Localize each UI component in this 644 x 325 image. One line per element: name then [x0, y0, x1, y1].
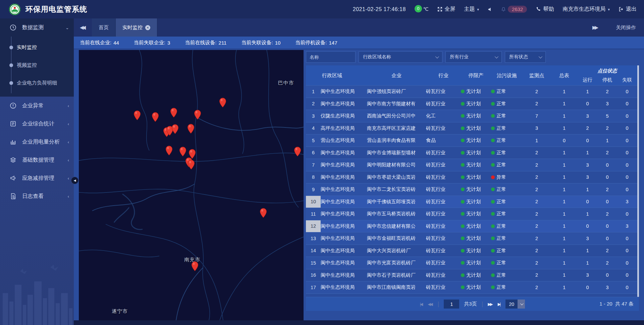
map-pin[interactable] — [170, 108, 177, 118]
last-page-button[interactable]: ▶| — [498, 302, 501, 307]
cell-points: 2 — [523, 245, 551, 257]
bell-icon — [501, 7, 506, 12]
sidebar-item-log-view[interactable]: 日志查看 ‹ — [0, 187, 74, 205]
cell-treatment-status: 正常 — [491, 220, 523, 232]
table: 行政区域 企业 行业 停限产 治污设施 监测点 总表 点位状态 运行 停机 失联 — [306, 65, 639, 297]
close-operations-button[interactable]: 关闭操作 — [616, 24, 636, 31]
mute-button[interactable] — [488, 7, 492, 12]
table-row[interactable]: 13阆中生态环境局阆中市金福旺页岩机砖砖瓦行业无计划正常21300 — [306, 232, 639, 245]
help-button[interactable]: 帮助 — [536, 6, 554, 13]
tabs-scroll-left-button[interactable]: ◀◀ — [74, 18, 92, 37]
sidebar-item-power-analysis[interactable]: 企业用电量分析 ‹ — [0, 133, 74, 151]
table-row[interactable]: 8阆中生态环境局阆中市枣碧大梁山页岩砖瓦行业无计划异常21300 — [306, 171, 639, 184]
table-row[interactable]: 15阆中生态环境局阆中市光富页岩机砖厂砖瓦行业无计划正常21120 — [306, 257, 639, 269]
theme-dropdown[interactable]: 主题▾ — [464, 6, 479, 13]
table-row[interactable]: 3仪陇生态环境局西南油气田分公司川中化工无计划正常71350 — [306, 110, 639, 122]
temperature-badge: 0 — [415, 5, 422, 12]
table-row[interactable]: 1阆中生态环境局阆中强锐页岩砖厂砖瓦行业无计划正常21120 — [306, 86, 639, 98]
region-filter-select[interactable]: 行政区域名称 — [359, 51, 442, 63]
cell-treatment-status: 正常 — [491, 98, 523, 110]
cell-run: 1 — [578, 257, 597, 269]
sidebar-item-enterprise-abnormal[interactable]: 企业异常 ‹ — [0, 97, 74, 115]
page-number-input[interactable]: 1 — [444, 300, 459, 309]
cell-lost: 0 — [617, 134, 637, 147]
tabs-scroll-right-button[interactable]: ▶▶ — [586, 24, 604, 31]
cell-company: 阆中市光富页岩机砖厂 — [367, 257, 426, 269]
col-treatment: 治污设施 — [491, 65, 523, 86]
status-dot-icon — [491, 187, 495, 191]
notifications[interactable]: 2632 — [501, 6, 527, 13]
stat-item: 当前在线企业:44 — [80, 40, 119, 46]
cell-points: 2 — [523, 183, 551, 196]
sidebar-item-realtime-monitoring[interactable]: 实时监控 — [0, 39, 74, 56]
table-row[interactable]: 16阆中生态环境局阆中市石子页岩机砖厂砖瓦行业无计划正常21300 — [306, 269, 639, 282]
map-pin[interactable] — [152, 112, 159, 122]
map-pin[interactable] — [194, 110, 201, 120]
header-right: 2021-02-25 17:46:18 0 ℃ 全屏 主题▾ — [353, 6, 644, 13]
map-pin[interactable] — [260, 208, 267, 218]
map-pin[interactable] — [179, 147, 186, 157]
map-pin[interactable] — [133, 110, 141, 120]
map-pin[interactable] — [187, 160, 195, 170]
sidebar-item-data-monitoring[interactable]: 数据监测 ⌄ — [0, 18, 74, 37]
first-page-button[interactable]: |◀ — [420, 302, 423, 307]
cell-region: 阆中生态环境局 — [321, 171, 367, 183]
chevron-left-icon: ‹ — [68, 121, 69, 126]
cell-run: 1 — [578, 208, 597, 220]
tab-realtime-monitoring[interactable]: 实时监控 ✕ — [116, 18, 157, 37]
sidebar-item-power-load-detail[interactable]: 企业电力负荷明细 — [0, 74, 74, 92]
skyline-decoration — [0, 261, 74, 325]
cell-industry: 建材加工 — [426, 294, 461, 297]
document-icon — [9, 193, 17, 200]
map-pin[interactable] — [165, 146, 173, 156]
cell-lost: 3 — [617, 220, 637, 232]
cell-company: 阆中市石子页岩机砖厂 — [367, 269, 426, 281]
map-pin[interactable] — [294, 147, 301, 157]
prev-page-button[interactable]: ◀◀ — [428, 302, 433, 307]
cell-industry: 砖瓦行业 — [426, 269, 461, 281]
map-panel[interactable]: 巴中市南充市遂宁市 — [79, 50, 304, 320]
cell-stopped: 0 — [597, 196, 617, 208]
sidebar-item-video-monitoring[interactable]: 视频监控 — [0, 56, 74, 74]
table-row[interactable]: 12阆中生态环境局阆中市忠信建材有限公砖瓦行业无计划正常21003 — [306, 220, 639, 233]
table-row[interactable]: 2阆中生态环境局阆中市南方节能建材有砖瓦行业无计划正常21030 — [306, 98, 639, 110]
status-dot-icon — [461, 114, 465, 118]
sidebar-item-emergency-reduction[interactable]: 应急减排管理 ‹ — [0, 169, 74, 187]
table-row[interactable]: 6阆中生态环境局阆中市金博瑞新型墙材砖瓦行业无计划正常21120 — [306, 147, 639, 159]
table-row[interactable]: 7阆中生态环境局阆中明阳建材有限公司砖瓦行业无计划正常21300 — [306, 159, 639, 171]
footer — [74, 320, 644, 325]
status-dot-icon — [491, 90, 495, 93]
cell-stopped: 2 — [597, 86, 617, 98]
map-pin[interactable] — [171, 124, 179, 134]
table-row[interactable]: 4高坪生态环境局南充市高坪区王家店建砖瓦行业无计划正常31220 — [306, 122, 639, 135]
logout-button[interactable]: 退出 — [619, 6, 637, 13]
table-row[interactable]: 9阆中生态环境局阆中市二龙长宝页岩砖砖瓦行业无计划正常21120 — [306, 183, 639, 196]
name-filter-input[interactable] — [310, 54, 352, 60]
map-pin[interactable] — [187, 124, 195, 134]
sidebar-item-enterprise-statistics[interactable]: 企业综合统计 ‹ — [0, 115, 74, 133]
sidebar-collapse-button[interactable]: ◀ — [71, 177, 78, 184]
table-row[interactable]: 14阆中生态环境局阆中大兴页岩机砖厂砖瓦行业无计划正常21120 — [306, 245, 639, 257]
org-dropdown[interactable]: 南充市生态环境局▾ — [562, 6, 610, 13]
table-scrollbar[interactable] — [637, 65, 639, 297]
cell-meters: 1 — [551, 98, 578, 110]
next-page-button[interactable]: ▶▶ — [488, 302, 493, 307]
table-row[interactable]: 17阆中生态环境局阆中市江南镇阆南页岩砖瓦行业无计划正常21030 — [306, 281, 639, 294]
fullscreen-button[interactable]: 全屏 — [437, 6, 455, 13]
name-filter-field[interactable] — [306, 51, 356, 63]
sidebar-item-base-data[interactable]: 基础数据管理 ‹ — [0, 151, 74, 169]
map-pin[interactable] — [191, 261, 199, 271]
map-pin[interactable] — [219, 98, 226, 108]
close-tab-icon[interactable]: ✕ — [145, 25, 150, 30]
table-row[interactable]: 10阆中生态环境局阆中千佛镇五郎垭页岩砖瓦行业无计划正常21003 — [306, 196, 639, 208]
status-filter-select[interactable]: 所有状态 — [505, 51, 546, 63]
tab-home[interactable]: 首页 — [92, 18, 116, 37]
page-size-select[interactable]: 20 — [505, 300, 525, 309]
table-row[interactable]: 11阆中生态环境局阆中市五马桥页岩机砖砖瓦行业无计划正常21120 — [306, 208, 639, 220]
cell-lost: 3 — [617, 196, 637, 208]
col-points: 监测点 — [523, 65, 551, 86]
table-row[interactable]: 5营山生态环境局营山县润丰肉食品有限食品无计划正常10010 — [306, 134, 639, 147]
cell-industry: 砖瓦行业 — [426, 257, 461, 269]
table-row[interactable]: 18南部生态环境局南部县磷化工有限公建材加工无计划正常60060 — [306, 294, 639, 297]
industry-filter-select[interactable]: 所有行业 — [445, 51, 502, 63]
